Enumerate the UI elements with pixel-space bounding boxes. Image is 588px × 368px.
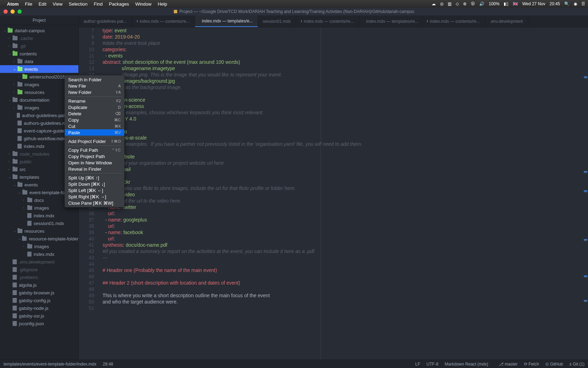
- search-icon[interactable]: 🔍: [564, 1, 569, 6]
- tree-label: github-workflow.mdx: [24, 136, 65, 141]
- file-icon: [27, 213, 31, 218]
- editor-tab[interactable]: index.mdx — contents/re...: [296, 15, 359, 27]
- menu-item-label: Delete: [68, 111, 82, 116]
- menu-item-label: Split Left [⌘K ←]: [68, 188, 103, 193]
- context-menu-item[interactable]: Copy Full Path⌃⇧C: [65, 147, 124, 153]
- tree-file[interactable]: .env.development: [0, 258, 78, 266]
- context-menu-item[interactable]: Reveal in Finder: [65, 166, 124, 172]
- editor-tab[interactable]: index.mdx — contents/re...: [422, 15, 485, 27]
- tree-folder[interactable]: ›.git: [0, 42, 78, 50]
- menu-file[interactable]: File: [25, 1, 32, 7]
- file-icon: [13, 282, 17, 287]
- menu-selection[interactable]: Selection: [69, 1, 88, 7]
- status-cursor[interactable]: 28:48: [103, 362, 113, 367]
- context-menu-item[interactable]: Split Up [⌘K ↑]: [65, 175, 124, 181]
- menubar-date[interactable]: Wed 27 Nov: [522, 1, 545, 6]
- tree-file[interactable]: algolia.js: [0, 281, 78, 289]
- menu-help[interactable]: Help: [158, 1, 167, 7]
- tree-file[interactable]: session01.mdx: [0, 219, 78, 227]
- menu-hamburger-icon[interactable]: ☰: [581, 1, 585, 6]
- context-menu-item[interactable]: Copy Project Path: [65, 153, 124, 159]
- editor-tab[interactable]: index.mdx — contents/re...: [132, 15, 195, 27]
- menu-window[interactable]: Window: [135, 1, 151, 7]
- tree-file[interactable]: gatsby-node.js: [0, 304, 78, 312]
- folder-icon: [13, 36, 18, 40]
- battery-icon[interactable]: ▮▯: [504, 1, 509, 6]
- folder-icon: [13, 152, 18, 156]
- close-window-button[interactable]: [4, 9, 8, 14]
- context-menu-item[interactable]: New Folder⇧A: [65, 89, 124, 95]
- tree-file[interactable]: jsconfig.json: [0, 320, 78, 327]
- editor-tab[interactable]: session01.mdx: [258, 15, 296, 27]
- flag-icon[interactable]: 🇬🇧: [513, 1, 518, 6]
- menu-app[interactable]: Atom: [7, 1, 19, 7]
- status-github[interactable]: ⊙ GitHub: [545, 362, 563, 367]
- status-branch[interactable]: ⎇ master: [499, 362, 518, 367]
- tree-file[interactable]: gatsby-browser.js: [0, 289, 78, 297]
- menu-item-shortcut: ⌘C: [114, 118, 121, 122]
- context-menu-item[interactable]: DuplicateD: [65, 104, 124, 110]
- battery-percent[interactable]: 100%: [489, 1, 499, 6]
- context-menu-item[interactable]: Delete⌫: [65, 110, 124, 117]
- context-menu-item[interactable]: Add Project Folder⇧⌘O: [65, 138, 124, 144]
- tree-folder[interactable]: ›images: [0, 243, 78, 250]
- tree-folder[interactable]: ⌄events: [0, 65, 78, 73]
- siri-icon[interactable]: ◉: [574, 1, 577, 6]
- sync-icon[interactable]: ◎: [440, 1, 443, 6]
- status-git[interactable]: ± Git (1): [569, 362, 584, 367]
- context-menu-item[interactable]: Search in Folder: [65, 76, 124, 83]
- context-menu-item[interactable]: Split Down [⌘K ↓]: [65, 181, 124, 187]
- editor-tab[interactable]: .env.development: [485, 15, 528, 27]
- tree-file[interactable]: .prettierrc: [0, 273, 78, 281]
- tree-file[interactable]: .gitignore: [0, 266, 78, 273]
- cloud-icon[interactable]: ☁︎: [432, 1, 436, 6]
- folder-icon: [27, 244, 32, 248]
- context-menu-item[interactable]: RenameF2: [65, 98, 124, 104]
- status-path[interactable]: templates/events/event-template-folder/i…: [4, 362, 96, 367]
- context-menu-item[interactable]: Paste⌘V: [65, 129, 124, 136]
- context-menu-item[interactable]: Split Right [⌘K →]: [65, 193, 124, 200]
- wifi-icon[interactable]: ⦿: [471, 1, 475, 6]
- tree-folder[interactable]: ⌄dariah-campus: [0, 27, 78, 34]
- tree-folder[interactable]: ⌄contents: [0, 50, 78, 57]
- menu-view[interactable]: View: [53, 1, 63, 7]
- menu-packages[interactable]: Packages: [109, 1, 129, 7]
- maximize-window-button[interactable]: [18, 9, 22, 14]
- editor[interactable]: 7891011121314151617181920212223242526272…: [79, 27, 588, 360]
- tree-label: images: [24, 105, 39, 110]
- editor-tab[interactable]: index.mdx — templates/e...: [195, 15, 258, 27]
- status-line-ending[interactable]: LF: [415, 362, 420, 367]
- context-menu-item[interactable]: Split Left [⌘K ←]: [65, 187, 124, 193]
- context-menu-item[interactable]: Cut⌘X: [65, 123, 124, 129]
- editor-tab[interactable]: author-guidelines-pat...: [79, 15, 132, 27]
- dock-icon[interactable]: ▥: [448, 1, 451, 6]
- tree-file[interactable]: index.mdx: [0, 212, 78, 219]
- volume-icon[interactable]: 🔊: [479, 1, 484, 6]
- tree-file[interactable]: index.mdx: [0, 250, 78, 258]
- menubar-time[interactable]: 20:45: [550, 1, 560, 6]
- tree-file[interactable]: gatsby-ssr.js: [0, 312, 78, 320]
- tree-folder[interactable]: ›.cache: [0, 34, 78, 42]
- file-icon: [18, 144, 22, 149]
- menu-find[interactable]: Find: [94, 1, 103, 7]
- tree-folder[interactable]: ⌄resource-template-folder: [0, 235, 78, 243]
- context-menu-item[interactable]: Copy⌘C: [65, 117, 124, 123]
- tree-folder[interactable]: ›data: [0, 57, 78, 65]
- dropbox-icon[interactable]: ◇: [456, 1, 459, 6]
- status-language[interactable]: Markdown React (mdx): [445, 362, 488, 367]
- tree-file[interactable]: gatsby-config.js: [0, 297, 78, 304]
- context-menu-item[interactable]: Open in New Window: [65, 159, 124, 166]
- modified-dot-icon: [301, 20, 302, 22]
- tree-folder[interactable]: ⌄resources: [0, 227, 78, 235]
- tree-label: session01.mdx: [34, 221, 64, 226]
- context-menu-item[interactable]: New FileA: [65, 83, 124, 89]
- menu-edit[interactable]: Edit: [38, 1, 46, 7]
- updates-icon[interactable]: ⊛: [463, 1, 467, 6]
- minimize-window-button[interactable]: [10, 9, 15, 14]
- tree-label: dariah-campus: [15, 28, 45, 33]
- code-area[interactable]: type: eventdate: 2019-04-20#date the eve…: [99, 27, 588, 360]
- status-encoding[interactable]: UTF-8: [427, 362, 439, 367]
- editor-tab[interactable]: index.mdx — templates/re...: [359, 15, 422, 27]
- status-fetch[interactable]: ⟳ Fetch: [524, 362, 539, 367]
- context-menu-item[interactable]: Close Pane [⌘K ⌘W]: [65, 200, 124, 206]
